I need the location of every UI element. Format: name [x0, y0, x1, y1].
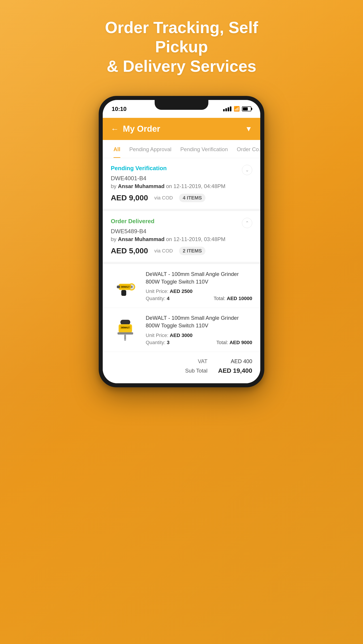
subtotal-row: Sub Total AED 19,400 — [111, 367, 252, 374]
headline-line2: & Delivery Services — [107, 57, 256, 75]
product-item-1: DEWALT DeWALT - 100mm Small Angle Grinde… — [103, 264, 260, 308]
order-1-info: Pending Verification DWE4001-B4 by Ansar… — [111, 165, 225, 202]
order-1-items: 4 ITEMS — [179, 194, 205, 202]
status-icons: 📶 — [223, 106, 251, 112]
product-2-total: Total: AED 9000 — [216, 340, 252, 346]
product-2-image: DEWALT — [111, 314, 140, 343]
order-1-id: DWE4001-B4 — [111, 175, 225, 182]
product-1-qty-total: Quantity: 4 Total: AED 10000 — [146, 296, 252, 302]
tab-pending-approval[interactable]: Pending Approval — [125, 140, 176, 158]
content-area: Pending Verification DWE4001-B4 by Ansar… — [103, 158, 260, 383]
order-1-price-row: AED 9,000 via COD 4 ITEMS — [111, 194, 225, 202]
product-1-quantity: Quantity: 4 — [146, 296, 169, 302]
status-bar: 10:10 📶 — [103, 100, 260, 118]
product-2-qty-total: Quantity: 3 Total: AED 9000 — [146, 340, 252, 346]
order-2-collapse-btn[interactable]: ⌃ — [242, 218, 252, 228]
headline-line1: Order Tracking, Self Pickup — [105, 18, 258, 56]
order-2-by: Ansar Muhammad — [118, 236, 165, 242]
order-2-date: 12-11-2019, 03:48PM — [173, 236, 225, 242]
svg-rect-14 — [124, 338, 126, 339]
order-1-by: Ansar Muhammad — [118, 183, 165, 189]
svg-text:DEWALT: DEWALT — [121, 286, 130, 288]
order-2-info: Order Delivered DWE5489-B4 by Ansar Muha… — [111, 218, 225, 255]
order-2-price-row: AED 5,000 via COD 2 ITEMS — [111, 246, 225, 255]
phone-screen: 10:10 📶 ← My Order ▼ — [103, 100, 260, 383]
order-card-2-header: Order Delivered DWE5489-B4 by Ansar Muha… — [111, 218, 252, 255]
product-1-unit-price: Unit Price: AED 2500 — [146, 288, 252, 294]
vat-label: VAT — [198, 358, 207, 364]
notch — [155, 100, 208, 110]
order-1-price: AED 9,000 — [111, 194, 148, 202]
battery-icon — [242, 106, 251, 111]
product-2-details: DeWALT - 100mm Small Angle Grinder 800W … — [146, 314, 252, 345]
vat-row: VAT AED 400 — [111, 358, 252, 364]
svg-rect-12 — [124, 336, 126, 336]
signal-icon — [223, 106, 231, 111]
product-1-name: DeWALT - 100mm Small Angle Grinder 800W … — [146, 270, 252, 285]
svg-rect-8 — [120, 320, 130, 325]
tab-pending-verification[interactable]: Pending Verification — [176, 140, 232, 158]
filter-icon[interactable]: ▼ — [245, 125, 252, 133]
svg-rect-7 — [117, 286, 120, 288]
order-2-meta: by Ansar Muhammad on 12-11-2019, 03:48PM — [111, 236, 225, 242]
order-1-payment: via COD — [154, 195, 173, 201]
order-2-price: AED 5,000 — [111, 246, 148, 255]
tool-1-icon: DEWALT — [112, 272, 139, 298]
order-2-id: DWE5489-B4 — [111, 228, 225, 235]
order-card-1[interactable]: Pending Verification DWE4001-B4 by Ansar… — [103, 158, 260, 211]
phone-frame: 10:10 📶 ← My Order ▼ — [99, 96, 264, 387]
product-item-2: DEWALT DeWALT - 100mm Small Angle Grinde… — [103, 308, 260, 352]
order-1-meta: by Ansar Muhammad on 12-11-2019, 04:48PM — [111, 183, 225, 190]
product-1-total: Total: AED 10000 — [214, 296, 252, 302]
product-2-unit-price: Unit Price: AED 3000 — [146, 332, 252, 338]
wifi-icon: 📶 — [234, 106, 240, 112]
tool-2-icon: DEWALT — [112, 315, 139, 342]
svg-rect-4 — [121, 290, 126, 296]
svg-rect-13 — [124, 337, 126, 338]
product-1-image: DEWALT — [111, 270, 140, 300]
subtotal-value: AED 19,400 — [216, 367, 252, 374]
order-1-date: 12-11-2019, 04:48PM — [173, 183, 225, 189]
order-1-collapse-btn[interactable]: ⌄ — [242, 165, 252, 175]
order-2-status: Order Delivered — [111, 218, 225, 225]
order-2-items: 2 ITEMS — [179, 247, 205, 255]
order-1-status: Pending Verification — [111, 165, 225, 172]
product-1-details: DeWALT - 100mm Small Angle Grinder 800W … — [146, 270, 252, 302]
order-2-payment: via COD — [154, 248, 173, 254]
subtotal-label: Sub Total — [185, 368, 207, 374]
tab-all[interactable]: All — [109, 140, 125, 158]
svg-rect-10 — [118, 332, 133, 334]
svg-text:DEWALT: DEWALT — [121, 326, 130, 329]
product-2-quantity: Quantity: 3 — [146, 340, 169, 346]
header-title: My Order — [123, 124, 160, 134]
order-card-1-header: Pending Verification DWE4001-B4 by Ansar… — [111, 165, 252, 202]
back-button[interactable]: ← — [111, 124, 119, 134]
order-card-2[interactable]: Order Delivered DWE5489-B4 by Ansar Muha… — [103, 211, 260, 264]
status-time: 10:10 — [112, 106, 127, 112]
tabs-row: All Pending Approval Pending Verificatio… — [103, 140, 260, 158]
tab-order-complete[interactable]: Order Co... — [232, 140, 260, 158]
product-2-name: DeWALT - 100mm Small Angle Grinder 800W … — [146, 314, 252, 329]
header-left: ← My Order — [111, 124, 160, 134]
app-header: ← My Order ▼ — [103, 118, 260, 140]
order-totals: VAT AED 400 Sub Total AED 19,400 — [103, 352, 260, 383]
page-headline: Order Tracking, Self Pickup & Delivery S… — [81, 18, 282, 76]
vat-value: AED 400 — [216, 358, 252, 364]
